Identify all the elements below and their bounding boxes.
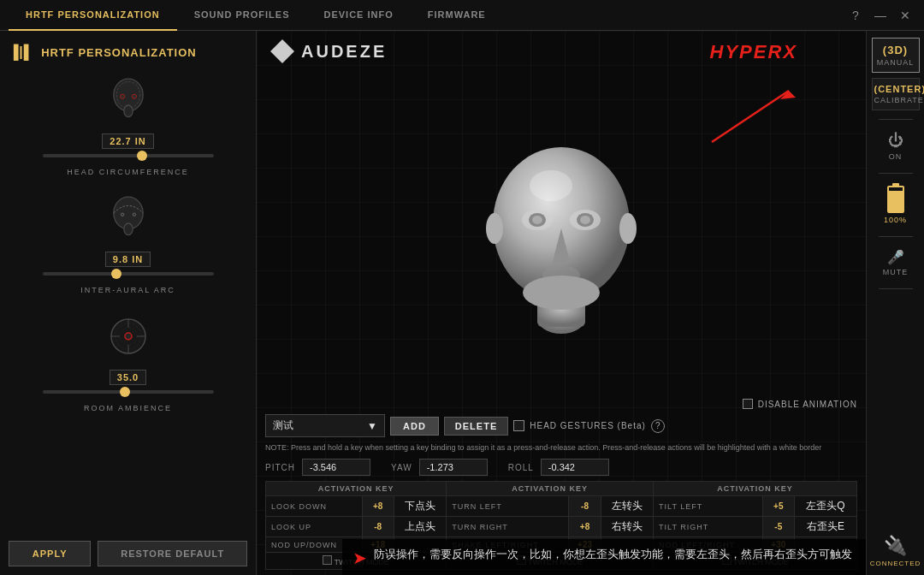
- action-turn-left: TURN LEFT: [447, 496, 569, 517]
- right-divider-4: [879, 288, 913, 289]
- pitch-input[interactable]: [302, 459, 370, 476]
- ch-tilt-right: 右歪头E: [795, 517, 857, 537]
- disable-animation-checkbox[interactable]: [743, 399, 753, 409]
- mute-icon: 🎤: [887, 249, 904, 265]
- key-turn-right: +8: [569, 517, 601, 537]
- power-icon: ⏻: [888, 132, 903, 150]
- apply-button[interactable]: APPLY: [9, 541, 91, 566]
- yaw-input[interactable]: [419, 459, 488, 476]
- tab-hrtf[interactable]: HRTF PERSONALIZATION: [9, 0, 177, 31]
- svg-point-3: [120, 94, 124, 98]
- left-sidebar: ▐|▌ HRTF PERSONALIZATION 22.7 IN HEAD CI…: [0, 31, 257, 575]
- tab-device[interactable]: DEVICE INFO: [306, 0, 410, 31]
- pyr-row: PITCH YAW ROLL: [265, 459, 857, 476]
- 3d-label: (3D): [874, 44, 917, 56]
- help-gestures-icon[interactable]: ?: [651, 419, 665, 433]
- svg-point-29: [486, 213, 503, 244]
- annotation-box: ➤ 防误操作，需要反向操作一次，比如，你想左歪头触发功能，需要左歪头，然后再右歪…: [342, 539, 866, 575]
- right-divider-2: [879, 173, 913, 174]
- right-sidebar: (3D) MANUAL (CENTER) CALIBRATE ⏻ ON 100%…: [866, 31, 924, 575]
- annotation-arrow-icon: ➤: [352, 548, 367, 568]
- 3d-manual-button[interactable]: (3D) MANUAL: [872, 38, 920, 73]
- key-look-up: -8: [362, 517, 394, 537]
- ch-turn-left: 左转头: [601, 496, 653, 517]
- head-3d-model: [467, 122, 655, 344]
- action-turn-right: TURN RIGHT: [447, 517, 569, 537]
- center-calibrate-button[interactable]: (CENTER) CALIBRATE: [872, 78, 920, 110]
- room-ambience-icon: [98, 306, 158, 366]
- power-button[interactable]: ⏻ ON: [872, 127, 920, 166]
- battery-indicator: 100%: [872, 181, 920, 229]
- inter-aural-arc-slider[interactable]: [43, 272, 214, 276]
- room-ambience-block: 35.0 ROOM AMBIENCE: [9, 306, 247, 412]
- sidebar-logo: ▐|▌: [9, 44, 34, 60]
- head-circumference-block: 22.7 IN HEAD CIRCUMFERENCE: [9, 70, 247, 176]
- action-tilt-right: TILT RIGHT: [654, 517, 763, 537]
- inter-aural-arc-block: 9.8 IN INTER-AURAL ARC: [9, 188, 247, 294]
- tab-sound[interactable]: SOUND PROFILES: [177, 0, 307, 31]
- pitch-label: PITCH: [265, 463, 295, 472]
- head-circumference-icon: [98, 70, 158, 130]
- delete-button[interactable]: DELETE: [444, 417, 508, 436]
- disable-animation-row: DISABLE ANIMATION: [265, 399, 857, 409]
- sidebar-title-text: HRTF PERSONALIZATION: [41, 46, 197, 59]
- right-divider-3: [879, 236, 913, 237]
- ch-tilt-left: 左歪头Q: [795, 496, 857, 517]
- inter-aural-arc-icon: [98, 188, 158, 248]
- inter-aural-arc-label: INTER-AURAL ARC: [80, 286, 175, 294]
- mute-button[interactable]: 🎤 MUTE: [872, 244, 920, 282]
- mute-label: MUTE: [883, 268, 909, 276]
- dropdown-arrow-icon: ▼: [367, 420, 377, 432]
- head-3d-container: [257, 72, 866, 394]
- annotation-text: 防误操作，需要反向操作一次，比如，你想左歪头触发功能，需要左歪头，然后再右歪头方…: [374, 546, 852, 563]
- roll-input[interactable]: [541, 459, 609, 476]
- audeze-icon: [270, 39, 294, 63]
- right-divider-1: [879, 119, 913, 120]
- center-label: (CENTER): [874, 84, 917, 94]
- top-navigation: HRTF PERSONALIZATION SOUND PROFILES DEVI…: [0, 0, 924, 31]
- room-ambience-slider[interactable]: [43, 390, 214, 394]
- manual-label: MANUAL: [874, 58, 917, 67]
- center-content: HYPERX AUDEZE: [257, 31, 866, 575]
- room-ambience-label: ROOM AMBIENCE: [84, 404, 172, 412]
- svg-point-31: [523, 276, 600, 310]
- head-gestures-checkbox[interactable]: [513, 420, 524, 431]
- svg-point-27: [580, 216, 590, 224]
- twitch-checkbox-1[interactable]: [323, 555, 332, 565]
- hyperx-logo: HYPERX: [710, 41, 797, 63]
- roll-label: ROLL: [508, 463, 534, 472]
- help-icon[interactable]: ?: [845, 5, 866, 26]
- close-icon[interactable]: ✕: [895, 5, 915, 26]
- action-tilt-left: TILT LEFT: [654, 496, 763, 517]
- connected-label: CONNECTED: [870, 560, 921, 568]
- sidebar-title: ▐|▌ HRTF PERSONALIZATION: [9, 39, 247, 70]
- audeze-name: AUDEZE: [301, 42, 387, 62]
- ch-look-down: 下点头: [394, 496, 446, 517]
- power-label: ON: [889, 152, 903, 161]
- action-look-down: LOOK DOWN: [266, 496, 363, 517]
- restore-default-button[interactable]: RESTORE DEFAULT: [98, 541, 247, 566]
- svg-point-30: [619, 213, 637, 244]
- tab-firmware[interactable]: FIRMWARE: [411, 0, 503, 31]
- key-look-down: +8: [362, 496, 394, 517]
- inter-aural-arc-value: 9.8 IN: [105, 252, 151, 267]
- head-gestures-label: HEAD GESTURES (Beta): [530, 421, 646, 430]
- gesture-dropdown[interactable]: 测试 ▼: [265, 414, 385, 437]
- svg-point-12: [125, 333, 132, 340]
- table-row: LOOK UP -8 上点头 TURN RIGHT +8 右转头 TILT RI…: [266, 517, 857, 537]
- add-button[interactable]: ADD: [390, 417, 439, 436]
- svg-point-8: [133, 213, 135, 216]
- gesture-row: 测试 ▼ ADD DELETE HEAD GESTURES (Beta) ?: [265, 414, 857, 437]
- gesture-dropdown-value: 测试: [273, 418, 293, 433]
- table-row: LOOK DOWN +8 下点头 TURN LEFT -8 左转头 TILT L…: [266, 496, 857, 517]
- bottom-buttons: APPLY RESTORE DEFAULT: [9, 532, 247, 566]
- head-circumference-slider[interactable]: [43, 154, 214, 157]
- yaw-label: YAW: [391, 463, 412, 472]
- audeze-logo: AUDEZE: [270, 39, 387, 63]
- svg-point-6: [123, 223, 132, 235]
- svg-point-32: [530, 170, 572, 201]
- minimize-icon[interactable]: —: [870, 5, 891, 26]
- battery-percent: 100%: [884, 216, 907, 224]
- ch-turn-right: 右转头: [601, 517, 653, 537]
- room-ambience-value: 35.0: [110, 370, 146, 385]
